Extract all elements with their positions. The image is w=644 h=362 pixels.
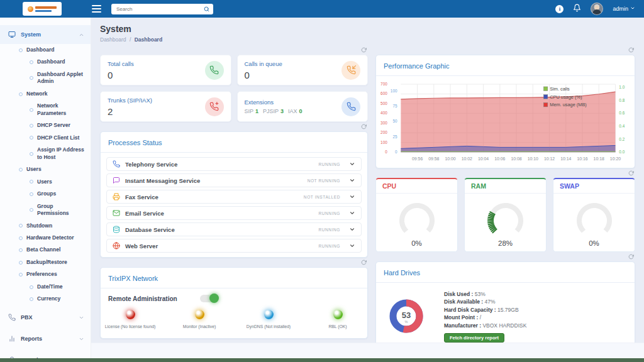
stat-value: 2: [108, 106, 205, 117]
stat-value: 0: [108, 70, 205, 80]
status-bulb-icon: [264, 310, 274, 319]
sidebar-item-groups[interactable]: Groups: [0, 188, 91, 200]
sidebar-item-preferences[interactable]: Preferences: [0, 268, 91, 280]
avatar[interactable]: [591, 3, 603, 15]
sidebar-item-shutdown[interactable]: Shutdown: [0, 220, 91, 232]
process-expand-button[interactable]: [349, 161, 355, 167]
sidebar-item-label: Group Permissions: [37, 203, 86, 217]
process-row-web-server: Web ServerRUNNING: [106, 239, 362, 253]
sidebar-item-dhcp-server[interactable]: DHCP Server: [0, 119, 91, 131]
refresh-icon[interactable]: [361, 124, 367, 129]
sidebar-item-assign-ip-address-to-host[interactable]: Assign IP Address to Host: [0, 144, 91, 163]
bullet-icon: [30, 285, 33, 289]
topbar-actions: i admin: [555, 3, 635, 15]
sidebar-item-label: Network Parameters: [37, 102, 86, 117]
info-icon[interactable]: i: [555, 5, 564, 13]
gauge-arc: [568, 199, 621, 239]
phonein-icon: [341, 61, 360, 80]
bullet-icon: [30, 208, 33, 212]
refresh-icon[interactable]: [361, 47, 367, 53]
status-bulb-icon: [195, 310, 204, 319]
svg-text:09:56: 09:56: [412, 156, 423, 161]
gauge-arc: [479, 199, 532, 239]
sidebar-item-dhcp-client-list[interactable]: DHCP Client List: [0, 132, 91, 144]
process-status: NOT INSTALLED: [304, 195, 340, 199]
sidebar-item-label: DHCP Server: [37, 122, 70, 129]
search-icon[interactable]: [204, 3, 209, 14]
sidebar-item-backup-restore[interactable]: Backup/Restore: [0, 256, 91, 268]
bullet-icon: [19, 236, 23, 240]
telephony-service-icon: [113, 160, 120, 168]
disk-detail-disk-available: Disk Available : 47%: [444, 299, 526, 305]
process-expand-button[interactable]: [349, 226, 355, 233]
process-expand-button[interactable]: [349, 243, 355, 249]
process-name: Web Server: [125, 243, 158, 250]
disk-details: Disk Used : 53%Disk Available : 47%Hard …: [444, 289, 526, 343]
sidebar: SystemDashboardDashboardDashboard Applet…: [0, 18, 91, 358]
disk-detail-disk-used: Disk Used : 53%: [444, 291, 526, 297]
process-status: RUNNING: [318, 228, 340, 232]
email-service-icon: [113, 209, 120, 217]
process-expand-button[interactable]: [349, 194, 355, 200]
refresh-icon[interactable]: [628, 47, 634, 53]
phoneplus-icon: [205, 97, 224, 116]
refresh-icon[interactable]: [361, 260, 367, 265]
sidebar-item-dashboard-applet-admin[interactable]: Dashboard Applet Admin: [0, 69, 91, 88]
remote-admin-toggle[interactable]: [200, 295, 218, 302]
sidebar-item-dashboard[interactable]: Dashboard: [0, 56, 91, 68]
network-panel: TrixIPX Network Remote Administration Li…: [100, 267, 368, 339]
breadcrumb-item[interactable]: Dashboard: [100, 36, 126, 43]
sidebar-item-label: Hardware Detector: [26, 234, 74, 241]
phone-icon: [205, 61, 224, 80]
process-expand-button[interactable]: [349, 210, 355, 216]
bullet-icon: [30, 180, 33, 184]
sidebar-item-users[interactable]: Users: [0, 176, 91, 188]
sidebar-item-network[interactable]: Network: [0, 88, 91, 100]
sidebar-item-users[interactable]: Users: [0, 163, 91, 175]
sidebar-item-label: Assign IP Address to Host: [37, 146, 86, 161]
sidebar-item-currency[interactable]: Currency: [0, 293, 91, 305]
breadcrumb-separator: /: [130, 36, 131, 43]
stat-value: 0: [245, 70, 342, 80]
menu-toggle-icon[interactable]: [92, 5, 101, 13]
stat-card-extensions: ExtensionsSIP1PJSIP3IAX0: [237, 91, 369, 122]
svg-text:10:20: 10:20: [610, 156, 621, 161]
main-content: System Dashboard / Dashboard Total calls…: [91, 18, 644, 358]
notifications-bell-icon[interactable]: [573, 3, 581, 14]
bullet-icon: [30, 297, 33, 301]
sidebar-item-date-time[interactable]: Date/Time: [0, 281, 91, 293]
logo-star-icon: [28, 6, 33, 12]
process-row-database-service: Database ServiceRUNNING: [106, 222, 362, 236]
phone-icon: [341, 97, 360, 116]
logo-wordmark: [35, 6, 57, 12]
user-name-label: admin: [613, 6, 628, 12]
sidebar-item-dashboard[interactable]: Dashboard: [0, 44, 91, 56]
sidebar-item-network-parameters[interactable]: Network Parameters: [0, 100, 91, 119]
process-expand-button[interactable]: [349, 177, 355, 184]
svg-text:10:06: 10:06: [494, 156, 505, 161]
gauge-value: 0%: [589, 239, 599, 247]
svg-text:0.4: 0.4: [619, 124, 625, 128]
disk-detail-mount-point: Mount Point : /: [444, 314, 526, 321]
bullet-icon: [19, 248, 23, 252]
search-input[interactable]: [115, 6, 204, 13]
svg-text:300: 300: [380, 121, 387, 125]
sidebar-item-reports[interactable]: Reports: [0, 329, 91, 348]
sidebar-item-security[interactable]: Security: [0, 351, 91, 358]
sidebar-item-system[interactable]: System: [0, 25, 91, 44]
user-menu[interactable]: admin: [613, 6, 635, 12]
sidebar-item-pbx[interactable]: PBX: [0, 308, 91, 327]
brand-logo[interactable]: [23, 2, 62, 16]
sidebar-item-group-permissions[interactable]: Group Permissions: [0, 200, 91, 220]
sidebar-item-beta-channel[interactable]: Beta Channel: [0, 244, 91, 256]
refresh-icon[interactable]: [628, 254, 634, 260]
chevron-up-icon: [79, 32, 84, 38]
network-title: TrixIPX Network: [108, 275, 158, 282]
fetch-directory-report-button[interactable]: Fetch directory report: [444, 333, 504, 343]
refresh-icon[interactable]: [628, 170, 634, 176]
detail-value: 53%: [475, 291, 486, 297]
sidebar-item-hardware-detector[interactable]: Hardware Detector: [0, 232, 91, 244]
svg-text:100: 100: [391, 89, 397, 93]
chevron-down-icon: [349, 161, 355, 167]
gauge-card-cpu: CPU0%: [375, 178, 458, 252]
